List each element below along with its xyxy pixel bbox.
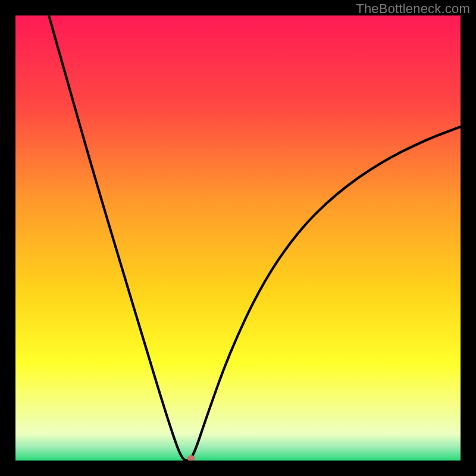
plot-area: [15, 15, 461, 461]
watermark-text: TheBottleneck.com: [356, 1, 470, 17]
curve-layer: [15, 15, 461, 461]
bottleneck-curve: [49, 15, 461, 461]
optimum-marker: [187, 455, 195, 461]
chart-frame: TheBottleneck.com: [0, 0, 476, 476]
